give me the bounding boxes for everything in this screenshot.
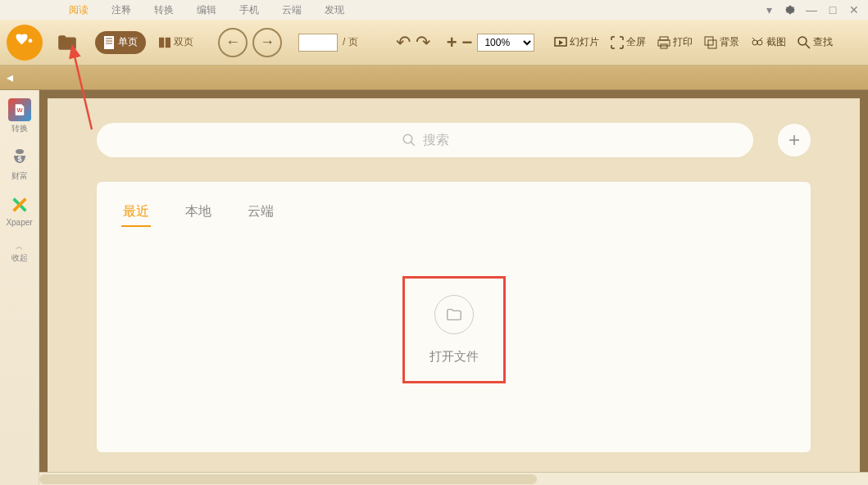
search-row: 搜索 <box>97 123 811 157</box>
tab-phone[interactable]: 手机 <box>228 0 270 20</box>
toolbar: 单页 双页 ← → / 页 ↶ ↷ + − 100% 幻灯片 全屏 打印 背景 … <box>0 20 868 66</box>
back-button[interactable]: ◂ <box>7 70 13 85</box>
svg-point-13 <box>757 40 762 45</box>
svg-line-19 <box>411 142 415 146</box>
sidebar-wealth-label: 财富 <box>11 170 28 182</box>
file-tab-recent[interactable]: 最近 <box>121 198 151 227</box>
svg-point-14 <box>798 37 807 45</box>
tab-annotate[interactable]: 注释 <box>100 0 143 20</box>
background-button[interactable]: 背景 <box>701 35 743 49</box>
page-number-input[interactable] <box>298 34 338 52</box>
single-page-label: 单页 <box>118 35 138 49</box>
close-button[interactable]: ✕ <box>847 2 861 17</box>
screenshot-button[interactable]: 截图 <box>748 35 789 49</box>
svg-line-15 <box>806 44 810 48</box>
add-button[interactable] <box>778 124 811 156</box>
file-tabs: 最近 本地 云端 <box>121 198 786 227</box>
skin-icon[interactable] <box>783 2 798 17</box>
secondary-bar: ◂ <box>0 66 868 90</box>
svg-text:$: $ <box>17 155 21 163</box>
tab-cloud[interactable]: 云端 <box>270 0 313 20</box>
zoom-out-button[interactable]: − <box>462 32 473 53</box>
sidebar-convert[interactable]: W 转换 <box>8 98 31 134</box>
print-button[interactable]: 打印 <box>654 35 696 49</box>
fullscreen-label: 全屏 <box>626 35 646 49</box>
scroll-thumb[interactable] <box>39 474 537 484</box>
svg-rect-5 <box>166 37 170 47</box>
file-panel: 最近 本地 云端 打开文件 <box>97 182 811 452</box>
sidebar-collapse[interactable]: ︿ 收起 <box>11 242 28 264</box>
search-placeholder: 搜索 <box>423 132 449 149</box>
svg-text:W: W <box>16 107 23 114</box>
title-tabs: 阅读 注释 转换 编辑 手机 云端 发现 <box>57 0 356 20</box>
file-tab-cloud[interactable]: 云端 <box>246 198 275 227</box>
search-box[interactable]: 搜索 <box>97 123 753 157</box>
tab-convert[interactable]: 转换 <box>143 0 185 20</box>
prev-page-button[interactable]: ← <box>218 28 248 57</box>
svg-rect-0 <box>104 36 114 49</box>
svg-rect-7 <box>660 37 668 40</box>
zoom-in-button[interactable]: + <box>447 32 457 53</box>
sidebar-xpaper[interactable]: Xpaper <box>6 193 32 227</box>
svg-rect-4 <box>159 37 164 47</box>
zoom-select[interactable]: 100% <box>477 34 534 52</box>
undo-button[interactable]: ↶ <box>396 32 411 53</box>
fullscreen-button[interactable]: 全屏 <box>607 35 649 49</box>
page-total-label: / 页 <box>343 35 358 49</box>
content: 搜索 最近 本地 云端 打开文件 <box>39 90 868 485</box>
screenshot-label: 截图 <box>766 35 786 49</box>
single-page-button[interactable]: 单页 <box>95 31 146 54</box>
slideshow-button[interactable]: 幻灯片 <box>551 35 602 49</box>
double-page-label: 双页 <box>174 35 193 49</box>
menu-icon[interactable]: ▾ <box>761 2 776 17</box>
minimize-button[interactable]: — <box>804 2 819 17</box>
window-controls: ▾ — □ ✕ <box>761 2 868 17</box>
svg-rect-11 <box>708 40 716 48</box>
file-tab-local[interactable]: 本地 <box>184 198 213 227</box>
tab-discover[interactable]: 发现 <box>313 0 356 20</box>
horizontal-scrollbar[interactable] <box>39 472 868 485</box>
sidebar-collapse-label: 收起 <box>11 252 28 264</box>
background-label: 背景 <box>720 35 739 49</box>
maximize-button[interactable]: □ <box>825 2 840 17</box>
content-inner: 搜索 最近 本地 云端 打开文件 <box>48 98 860 477</box>
print-label: 打印 <box>673 35 693 49</box>
main-area: W 转换 $ 财富 Xpaper ︿ 收起 搜索 <box>0 90 868 485</box>
sidebar-wealth[interactable]: $ 财富 <box>8 146 31 182</box>
find-label: 查找 <box>813 35 833 49</box>
find-button[interactable]: 查找 <box>794 35 836 49</box>
redo-button[interactable]: ↷ <box>416 32 430 53</box>
next-page-button[interactable]: → <box>252 28 282 57</box>
open-file-icon <box>434 295 474 334</box>
open-file-button[interactable]: 打开文件 <box>402 276 506 383</box>
search-icon <box>402 133 416 147</box>
open-folder-button[interactable] <box>52 28 82 57</box>
svg-rect-10 <box>705 37 713 45</box>
sidebar-convert-label: 转换 <box>11 123 28 134</box>
plus-icon <box>787 133 802 147</box>
sidebar: W 转换 $ 财富 Xpaper ︿ 收起 <box>0 90 39 485</box>
double-page-button[interactable]: 双页 <box>151 31 202 54</box>
svg-point-12 <box>752 40 757 45</box>
open-file-label: 打开文件 <box>429 349 479 365</box>
slideshow-label: 幻灯片 <box>570 35 599 49</box>
tab-edit[interactable]: 编辑 <box>185 0 228 20</box>
title-bar: 阅读 注释 转换 编辑 手机 云端 发现 ▾ — □ ✕ <box>0 0 868 20</box>
svg-point-18 <box>403 134 412 143</box>
sidebar-xpaper-label: Xpaper <box>6 218 32 227</box>
tab-read[interactable]: 阅读 <box>57 0 100 20</box>
app-logo[interactable] <box>7 25 43 61</box>
svg-rect-8 <box>658 40 670 46</box>
open-file-area: 打开文件 <box>121 276 786 383</box>
